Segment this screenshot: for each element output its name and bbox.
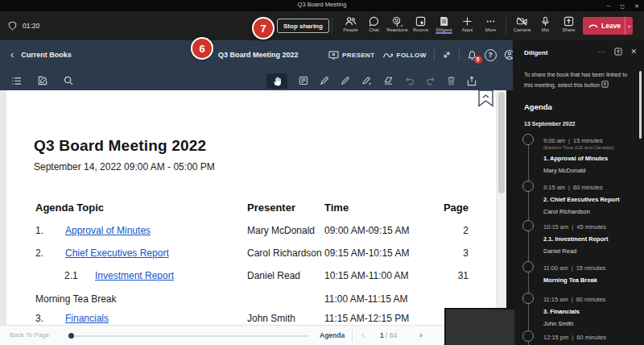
leave-button[interactable]: Leave ⌄ bbox=[583, 17, 633, 35]
search-icon[interactable] bbox=[64, 76, 73, 85]
document-scrollbar[interactable] bbox=[497, 90, 506, 325]
panel-date-heading: 13 September 2022 bbox=[524, 121, 575, 127]
expand-icon[interactable] bbox=[442, 50, 452, 60]
document-toolbar-left bbox=[11, 70, 73, 91]
page-slider-track[interactable] bbox=[74, 335, 309, 337]
panel-popout-icon[interactable] bbox=[614, 48, 622, 56]
follow-button[interactable]: FOLLOW bbox=[382, 51, 427, 60]
row-number: 3. bbox=[35, 313, 43, 324]
apps-plus-icon bbox=[462, 16, 473, 27]
back-to-current-books[interactable]: ‹ Current Books bbox=[10, 40, 72, 69]
header-agenda-topic: Agenda Topic bbox=[35, 202, 104, 214]
rooms-icon bbox=[415, 16, 426, 27]
present-button[interactable]: PRESENT bbox=[328, 51, 375, 60]
shield-icon bbox=[8, 21, 17, 31]
panel-header-actions: ··· ✕ bbox=[597, 48, 637, 56]
agenda-item-presenter: John Smith bbox=[543, 320, 644, 327]
panel-scrollbar-thumb[interactable] bbox=[639, 71, 642, 139]
notifications-button[interactable]: 5 bbox=[467, 50, 477, 60]
row-number: 2.1 bbox=[64, 270, 78, 281]
apps-button[interactable]: Apps bbox=[456, 14, 479, 32]
hangup-icon bbox=[588, 23, 598, 29]
row-time: 11:00 AM-11:15 AM bbox=[324, 293, 408, 305]
bookmark-icon[interactable] bbox=[478, 90, 493, 107]
row-number: 1. bbox=[35, 225, 43, 236]
agenda-topic-link[interactable]: Approval of Minutes bbox=[65, 225, 151, 236]
diligent-app-button[interactable]: Diligent bbox=[432, 14, 456, 32]
maximize-icon[interactable]: ◻ bbox=[620, 3, 625, 9]
diligent-active-indicator bbox=[436, 32, 452, 34]
previous-page-icon[interactable]: ‹ bbox=[361, 330, 365, 339]
table-row: Morning Tea Break 11:00 AM-11:15 AM bbox=[6, 293, 496, 306]
document-canvas: Q3 Board Meeting 2022 September 14, 2022… bbox=[0, 90, 513, 325]
agenda-item-title: Morning Tea Break bbox=[543, 276, 644, 284]
people-icon bbox=[345, 16, 357, 27]
agenda-item-title: 2.1. Investment Report bbox=[543, 235, 644, 243]
pen-tool-icon[interactable] bbox=[320, 76, 329, 85]
diligent-app-icon bbox=[439, 16, 449, 27]
viewer-header-actions: PRESENT FOLLOW 5 bbox=[328, 40, 515, 69]
page-slider-handle[interactable] bbox=[68, 333, 74, 339]
camera-button[interactable]: Camera bbox=[510, 14, 534, 32]
fountain-pen-tool-icon[interactable] bbox=[361, 76, 372, 85]
camera-off-icon bbox=[516, 16, 528, 27]
help-button[interactable]: ? bbox=[485, 49, 497, 61]
mic-button[interactable]: Mic bbox=[534, 14, 557, 32]
panel-more-icon[interactable]: ··· bbox=[597, 48, 606, 56]
row-page: 3 bbox=[436, 247, 469, 259]
minimize-icon[interactable]: ─ bbox=[606, 3, 610, 9]
agenda-item[interactable]: 10:15 am|45 minutes 2.1. Investment Repo… bbox=[513, 223, 644, 255]
agenda-item[interactable]: 11:15 am|60 minutes 3. Financials John S… bbox=[513, 296, 644, 327]
share-screen-icon bbox=[564, 16, 574, 27]
document-toolbar bbox=[0, 69, 513, 91]
chat-button[interactable]: Chat bbox=[362, 14, 386, 32]
people-button[interactable]: People bbox=[339, 14, 362, 32]
more-button[interactable]: More bbox=[479, 14, 502, 32]
agenda-topic-link[interactable]: Chief Executives Report bbox=[65, 247, 169, 259]
timeline-marker-icon bbox=[522, 181, 534, 192]
document-subtitle: September 14, 2022 09:00 AM - 05:00 PM bbox=[34, 161, 215, 172]
leave-dropdown-caret[interactable]: ⌄ bbox=[625, 17, 633, 35]
header-divider bbox=[434, 48, 435, 61]
table-of-contents-icon[interactable] bbox=[11, 77, 22, 85]
next-page-icon[interactable]: › bbox=[419, 330, 423, 339]
eraser-tool-icon[interactable] bbox=[383, 76, 394, 85]
page-indicator: 1 / 64 bbox=[380, 331, 397, 339]
undo-icon[interactable] bbox=[405, 77, 415, 85]
agenda-item[interactable]: 11:00 am|15 minutes Morning Tea Break bbox=[513, 264, 644, 284]
agenda-page-link[interactable]: Agenda bbox=[320, 331, 345, 339]
compose-note-icon[interactable] bbox=[38, 76, 47, 85]
leave-button-main[interactable]: Leave bbox=[583, 22, 625, 30]
row-time: 10:15 AM-11:00 AM bbox=[324, 270, 409, 281]
trash-icon[interactable] bbox=[447, 76, 456, 85]
agenda-item-title: 3. Financials bbox=[543, 308, 644, 315]
agenda-item[interactable]: 9:15 am|60 minutes 2. Chief Executives R… bbox=[513, 184, 644, 215]
row-presenter: Mary McDonald bbox=[247, 225, 315, 236]
agenda-topic-link[interactable]: Investment Report bbox=[95, 270, 174, 281]
panel-close-icon[interactable]: ✕ bbox=[630, 48, 637, 56]
diligent-document-viewer: 6 ‹ Current Books Q3 Board Meeting 2022 … bbox=[0, 40, 513, 345]
rooms-button[interactable]: Rooms bbox=[409, 14, 432, 32]
reactions-button[interactable]: Reactions bbox=[386, 14, 409, 32]
close-icon[interactable]: ✕ bbox=[634, 3, 639, 9]
device-toolbar-items: Camera Mic Share bbox=[510, 14, 580, 32]
row-time: 09:00 AM-09:15 AM bbox=[324, 225, 409, 236]
agenda-topic-link[interactable]: Financials bbox=[65, 313, 109, 324]
scrollbar-thumb[interactable] bbox=[498, 92, 505, 193]
table-row: 2.1 Investment Report Daniel Read 10:15 … bbox=[6, 270, 496, 283]
canvas-right-gap bbox=[506, 90, 513, 325]
chat-icon bbox=[369, 16, 379, 27]
hand-tool-button[interactable] bbox=[266, 73, 287, 89]
share-button[interactable]: Share bbox=[557, 14, 580, 32]
redo-icon[interactable] bbox=[426, 77, 436, 85]
viewer-header: ‹ Current Books Q3 Board Meeting 2022 PR… bbox=[0, 40, 513, 69]
agenda-item[interactable]: 12:15 pm|60 minutes bbox=[513, 334, 644, 341]
agenda-item[interactable]: 9:00 am|15 minutes (Eastern Time (US and… bbox=[513, 137, 644, 174]
export-icon[interactable] bbox=[467, 76, 477, 86]
pencil-tool-icon[interactable] bbox=[341, 76, 350, 85]
notes-tool-icon[interactable] bbox=[299, 76, 308, 85]
back-to-page-label[interactable]: Back To Page bbox=[10, 331, 49, 339]
stop-sharing-button[interactable]: Stop sharing bbox=[277, 19, 329, 33]
meeting-timer: 01:20 bbox=[23, 22, 39, 30]
table-row: 2. Chief Executives Report Carol Richard… bbox=[6, 247, 496, 260]
